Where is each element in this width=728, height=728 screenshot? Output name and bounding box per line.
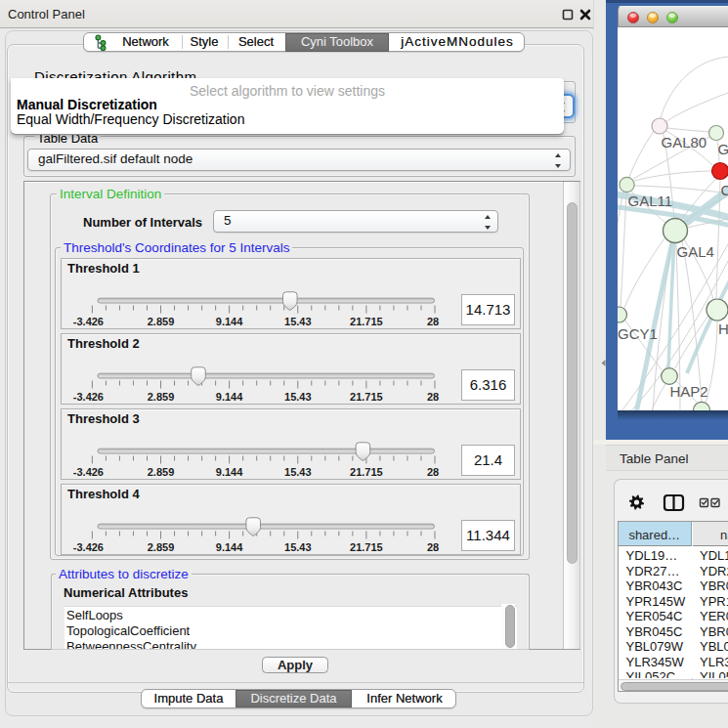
- svg-text:CD: CD: [721, 182, 728, 198]
- svg-text:9.144: 9.144: [216, 390, 243, 402]
- svg-text:21.715: 21.715: [350, 540, 383, 552]
- svg-text:HIS4: HIS4: [718, 321, 728, 337]
- svg-text:2.859: 2.859: [148, 390, 175, 402]
- svg-text:GAL80: GAL80: [662, 134, 707, 150]
- svg-text:15.43: 15.43: [284, 390, 312, 402]
- svg-text:9.144: 9.144: [216, 315, 243, 326]
- svg-text:-3.426: -3.426: [73, 540, 104, 552]
- svg-text:HAP2: HAP2: [670, 383, 708, 400]
- svg-text:GAL4: GAL4: [677, 243, 714, 260]
- svg-text:15.43: 15.43: [284, 315, 312, 326]
- svg-text:28: 28: [427, 315, 439, 326]
- svg-text:2.859: 2.859: [148, 465, 175, 477]
- svg-text:15.43: 15.43: [284, 540, 312, 552]
- svg-text:9.144: 9.144: [216, 540, 243, 552]
- svg-text:GAL2: GAL2: [718, 141, 728, 157]
- svg-text:-3.426: -3.426: [73, 390, 104, 402]
- svg-text:-3.426: -3.426: [73, 315, 104, 326]
- svg-text:2.859: 2.859: [148, 315, 175, 326]
- svg-text:2.859: 2.859: [148, 540, 175, 552]
- svg-text:21.715: 21.715: [350, 315, 383, 326]
- svg-text:15.43: 15.43: [284, 465, 312, 477]
- svg-text:21.715: 21.715: [350, 390, 383, 402]
- svg-text:GAL11: GAL11: [628, 193, 673, 209]
- svg-text:9.144: 9.144: [216, 465, 243, 477]
- svg-text:28: 28: [427, 465, 439, 477]
- svg-text:-3.426: -3.426: [73, 465, 104, 477]
- svg-text:28: 28: [427, 540, 439, 552]
- svg-text:21.715: 21.715: [350, 465, 383, 477]
- svg-text:GCY1: GCY1: [618, 325, 658, 342]
- svg-text:28: 28: [427, 390, 439, 402]
